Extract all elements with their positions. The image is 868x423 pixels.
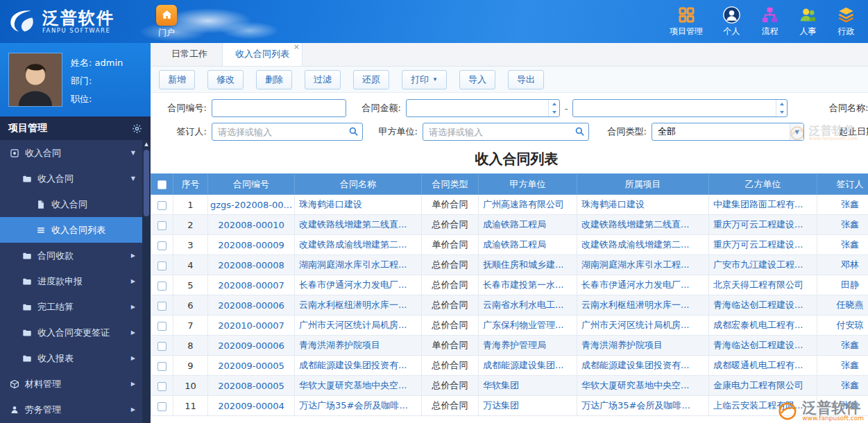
sidebar-item[interactable]: 收入合同▼: [0, 140, 142, 166]
cell-signer-link[interactable]: 张鑫: [817, 376, 868, 396]
amount-min-input[interactable]: [406, 99, 560, 117]
signer-input[interactable]: [212, 123, 363, 141]
cell-contract-name-link[interactable]: 珠海鹤港口建设: [295, 195, 422, 215]
contract-type-select[interactable]: 全部 ▼: [652, 123, 804, 141]
toolbar-button[interactable]: 导出: [508, 70, 544, 89]
row-checkbox[interactable]: [158, 382, 167, 391]
cell-contract-name-link[interactable]: 广州市天河区统计局机房...: [295, 316, 422, 336]
tab-inactive[interactable]: 日常工作: [159, 43, 220, 66]
sidebar-item[interactable]: 收入合同列表: [0, 217, 142, 243]
top-nav-item-grid[interactable]: 项目管理: [670, 6, 703, 37]
toolbar-button[interactable]: 修改: [207, 70, 244, 89]
cell-party-b-link[interactable]: 成都宏泰机电工程有...: [709, 316, 817, 336]
row-checkbox[interactable]: [158, 282, 167, 291]
sidebar-item[interactable]: 劳务管理▶: [0, 397, 142, 422]
cell-contract-name-link[interactable]: 成都能源建设集团投资有...: [295, 356, 422, 376]
cell-contract-name-link[interactable]: 万达广场35#会所及咖啡...: [295, 396, 422, 416]
cell-party-a-link[interactable]: 长春市建投第一水...: [479, 275, 577, 295]
gear-icon[interactable]: [132, 123, 142, 134]
party-a-input[interactable]: [423, 123, 589, 141]
row-checkbox[interactable]: [158, 261, 167, 270]
portal-button[interactable]: 门户: [156, 5, 177, 39]
cell-contract-name-link[interactable]: 长春市伊通河水力发电厂...: [295, 275, 422, 295]
cell-party-a-link[interactable]: 华软集团: [479, 376, 577, 396]
toolbar-button[interactable]: 删除: [256, 70, 292, 89]
cell-party-a-link[interactable]: 云南省水利水电工...: [479, 295, 577, 316]
cell-party-a-link[interactable]: 成都能源建设集团...: [479, 356, 577, 376]
cell-signer-link[interactable]: 付安琼: [817, 316, 868, 336]
cell-signer-link[interactable]: 张鑫: [817, 396, 868, 416]
toolbar-button[interactable]: 过滤: [305, 70, 341, 89]
scroll-up-arrow[interactable]: ▲: [142, 141, 151, 147]
cell-party-a-link[interactable]: 广州高速路有限公司: [479, 195, 577, 215]
cell-contract-no-link[interactable]: 202010-00007: [208, 316, 295, 336]
tab-active[interactable]: 收入合同列表×: [222, 43, 303, 66]
sidebar-item[interactable]: 收入合同: [0, 191, 142, 217]
cell-signer-link[interactable]: 邓林: [817, 255, 868, 275]
cell-signer-link[interactable]: 张鑫: [817, 336, 868, 356]
sidebar-item[interactable]: 完工结算▶: [0, 294, 142, 320]
cell-contract-no-link[interactable]: 202008-00005: [208, 376, 295, 396]
amount-max-input[interactable]: [572, 99, 788, 117]
cell-contract-no-link[interactable]: 202008-00006: [208, 295, 295, 316]
amount-min-stepper[interactable]: [548, 100, 559, 116]
cell-project-link[interactable]: 湖南洞庭湖水库引水工程...: [577, 255, 709, 275]
cell-party-a-link[interactable]: 万达集团: [479, 396, 577, 416]
cell-contract-name-link[interactable]: 华软大厦研究基地中央空...: [295, 376, 422, 396]
toolbar-button[interactable]: 导入: [459, 70, 495, 89]
cell-signer-link[interactable]: 张鑫: [817, 235, 868, 255]
top-nav-item-person[interactable]: 个人: [722, 6, 741, 37]
cell-signer-link[interactable]: 张鑫: [817, 215, 868, 235]
cell-contract-name-link[interactable]: 改建铁路成渝线增建第二...: [295, 235, 422, 255]
cell-party-b-link[interactable]: 上临云安装工程有限...: [709, 396, 817, 416]
cell-party-b-link[interactable]: 成都暖通机电工程有...: [709, 356, 817, 376]
cell-project-link[interactable]: 成都能源建设集团投资有...: [577, 356, 709, 376]
cell-signer-link[interactable]: 张鑫: [817, 356, 868, 376]
cell-party-a-link[interactable]: 成渝铁路工程局: [479, 235, 577, 255]
sidebar-item[interactable]: 材料管理▶: [0, 371, 142, 397]
sidebar-item[interactable]: 收入合同变更签证▶: [0, 320, 142, 345]
cell-party-a-link[interactable]: 抚顺住房和城乡建...: [479, 255, 577, 275]
scrollbar-thumb[interactable]: [144, 150, 149, 216]
row-checkbox[interactable]: [158, 342, 167, 351]
cell-contract-no-link[interactable]: 202009-00005: [208, 356, 295, 376]
cell-contract-name-link[interactable]: 云南水利枢纽潜明水库一...: [295, 295, 422, 316]
cell-contract-no-link[interactable]: 202009-00004: [208, 396, 295, 416]
cell-party-a-link[interactable]: 青海养护管理局: [479, 336, 577, 356]
cell-party-b-link[interactable]: 青海临达创工程建设...: [709, 336, 817, 356]
cell-party-a-link[interactable]: 广东保利物业管理...: [479, 316, 577, 336]
cell-contract-name-link[interactable]: 青海洪湖养护院项目: [295, 336, 422, 356]
cell-party-a-link[interactable]: 成渝铁路工程局: [479, 215, 577, 235]
cell-contract-no-link[interactable]: 202008-00010: [208, 215, 295, 235]
row-checkbox[interactable]: [158, 221, 167, 230]
top-nav-item-team[interactable]: 人事: [799, 6, 817, 37]
cell-contract-no-link[interactable]: 202009-00006: [208, 336, 295, 356]
row-checkbox[interactable]: [158, 302, 167, 311]
cell-party-b-link[interactable]: 重庆万可云工程建设...: [709, 215, 817, 235]
close-icon[interactable]: ×: [293, 43, 300, 51]
top-nav-item-flow[interactable]: 流程: [760, 6, 779, 37]
cell-project-link[interactable]: 长春市伊通河水力发电厂...: [577, 275, 709, 295]
cell-contract-name-link[interactable]: 湖南洞庭湖水库引水工程...: [295, 255, 422, 275]
cell-contract-no-link[interactable]: gzgs-202008-00...: [208, 195, 295, 215]
toolbar-button[interactable]: 还原: [353, 70, 389, 89]
cell-project-link[interactable]: 云南水利枢纽潜明水库一...: [577, 295, 709, 316]
cell-party-b-link[interactable]: 重庆万可云工程建设...: [709, 235, 817, 255]
cell-signer-link[interactable]: 田静: [817, 275, 868, 295]
sidebar-item[interactable]: 收入报表▶: [0, 345, 142, 371]
cell-project-link[interactable]: 万达广场35#会所及咖啡...: [577, 396, 709, 416]
row-checkbox[interactable]: [158, 362, 167, 371]
cell-signer-link[interactable]: 张鑫: [817, 195, 868, 215]
search-icon[interactable]: [575, 126, 585, 137]
cell-contract-no-link[interactable]: 202008-00007: [208, 275, 295, 295]
cell-contract-no-link[interactable]: 202008-00009: [208, 235, 295, 255]
cell-party-b-link[interactable]: 广安市九江建设工程...: [709, 255, 817, 275]
amount-max-stepper[interactable]: [776, 100, 787, 116]
select-all-checkbox[interactable]: [158, 180, 167, 189]
row-checkbox[interactable]: [158, 322, 167, 331]
sidebar-item[interactable]: 进度款申报▶: [0, 268, 142, 294]
toolbar-button[interactable]: 打印▼: [402, 70, 447, 89]
cell-project-link[interactable]: 改建铁路成渝线增建第二...: [577, 235, 709, 255]
contract-no-input[interactable]: [212, 99, 346, 117]
cell-contract-no-link[interactable]: 202008-00008: [208, 255, 295, 275]
